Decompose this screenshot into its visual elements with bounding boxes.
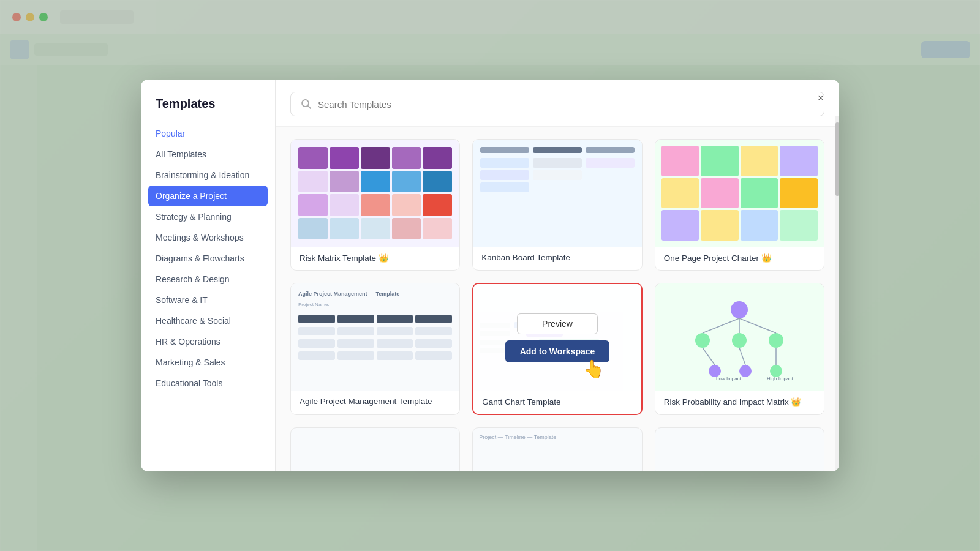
kanban-card bbox=[480, 182, 529, 192]
kanban-card bbox=[480, 158, 529, 168]
kanban-col-3 bbox=[586, 147, 635, 168]
sidebar-title: Templates bbox=[141, 97, 275, 123]
template-grid-container: Risk Matrix Template 👑 bbox=[276, 127, 839, 471]
preview-button[interactable]: Preview bbox=[517, 313, 598, 334]
kanban-visual bbox=[473, 140, 641, 247]
sidebar-item-diagrams-flowcharts[interactable]: Diagrams & Flowcharts bbox=[141, 248, 275, 269]
partial-card-text: Project — Timeline — Template bbox=[473, 428, 641, 446]
template-card-risk-prob[interactable]: Low Impact High Impact Risk Probability … bbox=[655, 283, 824, 415]
partial-cards-row: Project — Timeline — Template bbox=[290, 427, 824, 471]
agile-data-cell bbox=[337, 339, 374, 348]
op-cell bbox=[780, 178, 818, 209]
kanban-col-2 bbox=[533, 147, 582, 180]
sidebar-item-healthcare-social[interactable]: Healthcare & Social bbox=[141, 310, 275, 331]
op-cell bbox=[741, 178, 778, 209]
sidebar-item-meetings-workshops[interactable]: Meetings & Workshops bbox=[141, 227, 275, 248]
op-row bbox=[662, 146, 818, 176]
rm-cell bbox=[330, 218, 359, 240]
rm-cell bbox=[361, 171, 390, 193]
svg-line-1 bbox=[308, 106, 311, 109]
sidebar-item-strategy-planning[interactable]: Strategy & Planning bbox=[141, 206, 275, 227]
sidebar-item-organize-project[interactable]: Organize a Project bbox=[148, 186, 268, 206]
template-card-one-page[interactable]: One Page Project Charter 👑 bbox=[655, 139, 824, 271]
partial-card-3[interactable] bbox=[655, 427, 824, 471]
sidebar: Templates Popular All Templates Brainsto… bbox=[141, 80, 276, 471]
node-7 bbox=[770, 365, 782, 377]
agile-data-row bbox=[298, 339, 452, 348]
template-thumb-gantt: Preview Add to Workspace 👆 bbox=[473, 284, 641, 391]
kanban-col-header bbox=[533, 147, 582, 153]
search-area bbox=[276, 80, 839, 127]
partial-card-2[interactable]: Project — Timeline — Template bbox=[472, 427, 642, 471]
partial-card-1[interactable] bbox=[290, 427, 460, 471]
agile-header-cell bbox=[337, 315, 374, 323]
template-card-gantt[interactable]: Preview Add to Workspace 👆 Gantt Chart T… bbox=[472, 283, 642, 415]
node-2 bbox=[695, 333, 710, 348]
main-content: Risk Matrix Template 👑 bbox=[276, 80, 839, 471]
template-card-risk-matrix[interactable]: Risk Matrix Template 👑 bbox=[290, 139, 460, 271]
template-thumb-one-page bbox=[655, 140, 824, 247]
rm-cell bbox=[423, 147, 452, 169]
rm-cell bbox=[392, 194, 421, 216]
rm-cell bbox=[423, 171, 452, 193]
rm-cell bbox=[392, 171, 421, 193]
sidebar-item-popular[interactable]: Popular bbox=[141, 123, 275, 144]
template-label-risk-matrix: Risk Matrix Template 👑 bbox=[291, 247, 459, 270]
edge bbox=[703, 348, 715, 365]
op-cell bbox=[701, 210, 739, 241]
agile-header-cell bbox=[415, 315, 452, 323]
sidebar-item-research-design[interactable]: Research & Design bbox=[141, 269, 275, 290]
agile-subtext: Project Name: bbox=[298, 302, 452, 307]
edge bbox=[703, 318, 739, 333]
agile-data-cell bbox=[337, 351, 374, 360]
agile-data-cell bbox=[415, 351, 452, 360]
risk-prob-visual: Low Impact High Impact bbox=[655, 283, 824, 391]
sidebar-item-hr-operations[interactable]: HR & Operations bbox=[141, 331, 275, 352]
template-label-one-page: One Page Project Charter 👑 bbox=[655, 247, 824, 270]
agile-header-cell bbox=[377, 315, 413, 323]
sidebar-item-brainstorming[interactable]: Brainstorming & Ideation bbox=[141, 165, 275, 186]
op-cell bbox=[662, 178, 699, 209]
op-cell bbox=[662, 210, 699, 241]
close-button[interactable]: × bbox=[812, 89, 829, 107]
axis-label-high: High Impact bbox=[767, 376, 793, 381]
kanban-col-header bbox=[586, 147, 635, 153]
op-cell bbox=[701, 146, 739, 176]
sidebar-item-all-templates[interactable]: All Templates bbox=[141, 144, 275, 165]
template-card-kanban[interactable]: Kanban Board Template bbox=[472, 139, 642, 271]
sidebar-item-marketing-sales[interactable]: Marketing & Sales bbox=[141, 352, 275, 373]
template-card-agile[interactable]: Agile Project Management — Template Proj… bbox=[290, 283, 460, 415]
agile-text: Agile Project Management — Template bbox=[298, 291, 452, 297]
node-1 bbox=[731, 301, 748, 318]
cursor-icon: 👆 bbox=[583, 359, 605, 379]
agile-visual: Agile Project Management — Template Proj… bbox=[291, 283, 459, 391]
agile-data-cell bbox=[377, 327, 413, 335]
agile-data-row bbox=[298, 327, 452, 335]
gantt-hover-overlay: Preview Add to Workspace 👆 bbox=[473, 284, 641, 391]
kanban-card bbox=[480, 170, 529, 180]
template-thumb-risk-matrix bbox=[291, 140, 459, 247]
sidebar-item-software-it[interactable]: Software & IT bbox=[141, 290, 275, 310]
search-icon bbox=[301, 99, 312, 110]
op-cell bbox=[780, 146, 818, 176]
agile-data-cell bbox=[298, 339, 335, 348]
template-label-kanban: Kanban Board Template bbox=[473, 247, 641, 269]
sidebar-item-educational-tools[interactable]: Educational Tools bbox=[141, 373, 275, 394]
op-cell bbox=[741, 210, 778, 241]
modal-overlay: × Templates Popular All Templates Brains… bbox=[0, 0, 980, 551]
kanban-card bbox=[533, 170, 582, 180]
template-grid: Risk Matrix Template 👑 bbox=[290, 139, 824, 415]
template-thumb-risk-prob: Low Impact High Impact bbox=[655, 283, 824, 391]
rm-cell bbox=[423, 218, 452, 240]
agile-data-cell bbox=[415, 327, 452, 335]
rm-cell bbox=[330, 147, 359, 169]
op-cell bbox=[741, 146, 778, 176]
rm-cell bbox=[392, 218, 421, 240]
node-3 bbox=[732, 333, 747, 348]
search-input[interactable] bbox=[318, 99, 814, 110]
scrollbar[interactable] bbox=[835, 116, 839, 471]
agile-header-cell bbox=[298, 315, 335, 323]
op-cell bbox=[662, 146, 699, 176]
rm-cell bbox=[298, 194, 328, 216]
op-cell bbox=[780, 210, 818, 241]
